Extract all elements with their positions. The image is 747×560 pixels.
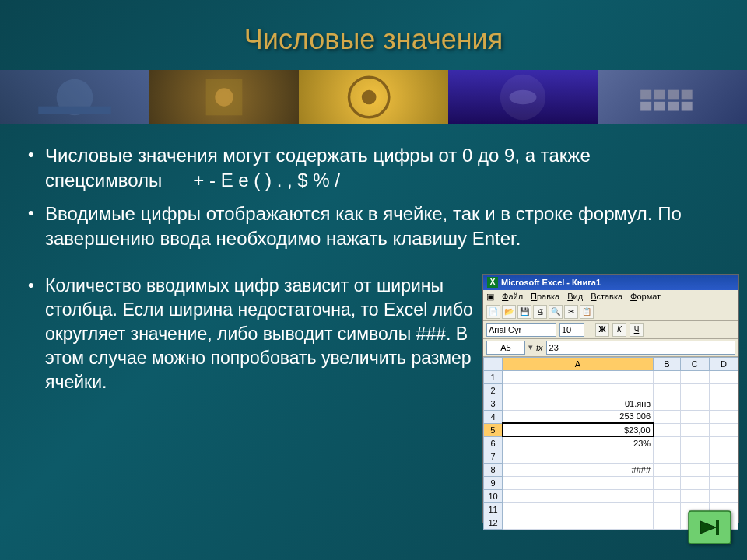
row-header[interactable]: 4 (484, 410, 503, 423)
cell[interactable] (680, 423, 709, 436)
fx-icon[interactable]: fx (536, 343, 543, 352)
print-icon[interactable]: 🖨 (533, 305, 547, 319)
cell[interactable] (680, 489, 709, 502)
cell[interactable] (503, 450, 654, 463)
excel-title-text: Microsoft Excel - Книга1 (501, 278, 601, 287)
menu-edit[interactable]: Правка (531, 292, 559, 302)
cell[interactable]: 253 006 (503, 410, 654, 423)
formula-input[interactable]: 23 (546, 341, 735, 355)
menu-format[interactable]: Формат (630, 292, 661, 302)
col-D[interactable]: D (709, 357, 738, 370)
new-icon[interactable]: 📄 (486, 305, 500, 319)
cell[interactable]: #### (503, 463, 654, 476)
size-select[interactable] (559, 323, 584, 337)
excel-toolbar: 📄 📂 💾 🖨 🔍 ✂ 📋 (483, 303, 738, 321)
cell[interactable] (503, 383, 654, 397)
row-header[interactable]: 10 (484, 489, 503, 502)
cell[interactable] (654, 397, 681, 410)
cell[interactable] (680, 450, 709, 463)
row-header[interactable]: 8 (484, 463, 503, 476)
row-header[interactable]: 9 (484, 476, 503, 489)
cell[interactable] (654, 423, 681, 436)
cell[interactable] (654, 410, 681, 423)
col-B[interactable]: B (654, 357, 681, 370)
col-C[interactable]: C (680, 357, 709, 370)
select-all[interactable] (484, 357, 503, 370)
svg-rect-11 (682, 102, 693, 111)
cell[interactable] (709, 383, 738, 397)
cell[interactable] (503, 502, 654, 516)
cell[interactable] (680, 370, 709, 383)
table-row: 8#### (484, 463, 738, 476)
row-header[interactable]: 11 (484, 502, 503, 516)
cell[interactable] (709, 410, 738, 423)
underline-button[interactable]: Ч (630, 323, 644, 337)
cell[interactable] (680, 476, 709, 489)
bold-button[interactable]: Ж (595, 323, 609, 337)
excel-titlebar: X Microsoft Excel - Книга1 (483, 275, 738, 290)
menu-insert[interactable]: Вставка (591, 292, 622, 302)
cell[interactable] (654, 383, 681, 397)
row-header[interactable]: 1 (484, 370, 503, 383)
cell[interactable] (654, 502, 681, 516)
cell[interactable] (654, 516, 681, 529)
cell[interactable] (680, 436, 709, 450)
cell[interactable] (503, 370, 654, 383)
cell[interactable] (680, 410, 709, 423)
cell[interactable] (680, 383, 709, 397)
table-row: 4253 006 (484, 410, 738, 423)
table-row: 9 (484, 476, 738, 489)
open-icon[interactable]: 📂 (502, 305, 516, 319)
menu-view[interactable]: Вид (567, 292, 583, 302)
table-row: 2 (484, 383, 738, 397)
row-header[interactable]: 12 (484, 516, 503, 529)
cell[interactable] (654, 463, 681, 476)
cell[interactable]: 23% (503, 436, 654, 450)
dropdown-icon[interactable]: ▾ (528, 342, 533, 352)
cell[interactable] (709, 489, 738, 502)
font-select[interactable] (486, 323, 556, 337)
bullets-left: Количество вводимых цифр зависит от шири… (23, 274, 476, 523)
cell[interactable] (709, 397, 738, 410)
cell[interactable] (680, 397, 709, 410)
cell[interactable] (503, 516, 654, 529)
svg-rect-10 (668, 102, 679, 111)
cell[interactable] (503, 476, 654, 489)
row-header[interactable]: 7 (484, 450, 503, 463)
cell[interactable] (709, 436, 738, 450)
italic-button[interactable]: К (612, 323, 626, 337)
menu-file[interactable]: Файл (502, 292, 523, 302)
col-A[interactable]: A (503, 357, 654, 370)
svg-rect-9 (654, 102, 665, 111)
cell[interactable] (654, 450, 681, 463)
bullet-3: Количество вводимых цифр зависит от шири… (23, 274, 476, 394)
excel-menu-icon: ▣ (486, 292, 494, 302)
row-header[interactable]: 6 (484, 436, 503, 450)
excel-app-icon: X (487, 277, 498, 288)
cell[interactable] (654, 476, 681, 489)
cell[interactable] (709, 370, 738, 383)
cell[interactable]: $23,00 (503, 423, 654, 436)
cut-icon[interactable]: ✂ (564, 305, 578, 319)
cell[interactable] (503, 489, 654, 502)
cell[interactable] (654, 436, 681, 450)
cell[interactable] (654, 370, 681, 383)
table-row: 623% (484, 436, 738, 450)
preview-icon[interactable]: 🔍 (549, 305, 563, 319)
save-icon[interactable]: 💾 (517, 305, 531, 319)
cell[interactable] (709, 423, 738, 436)
name-box[interactable]: A5 (486, 341, 525, 355)
cell[interactable]: 01.янв (503, 397, 654, 410)
cell[interactable] (680, 463, 709, 476)
bullet-2: Вводимые цифры отображаются как в ячейке… (23, 201, 724, 252)
cell[interactable] (709, 476, 738, 489)
copy-icon[interactable]: 📋 (580, 305, 594, 319)
cell[interactable] (709, 450, 738, 463)
row-header[interactable]: 3 (484, 397, 503, 410)
cell[interactable] (654, 489, 681, 502)
row-header[interactable]: 2 (484, 383, 503, 397)
row-header[interactable]: 5 (484, 423, 503, 436)
cell[interactable] (709, 463, 738, 476)
next-button[interactable] (688, 510, 731, 548)
bullet-1: Числовые значения могут содержать цифры … (23, 143, 724, 194)
